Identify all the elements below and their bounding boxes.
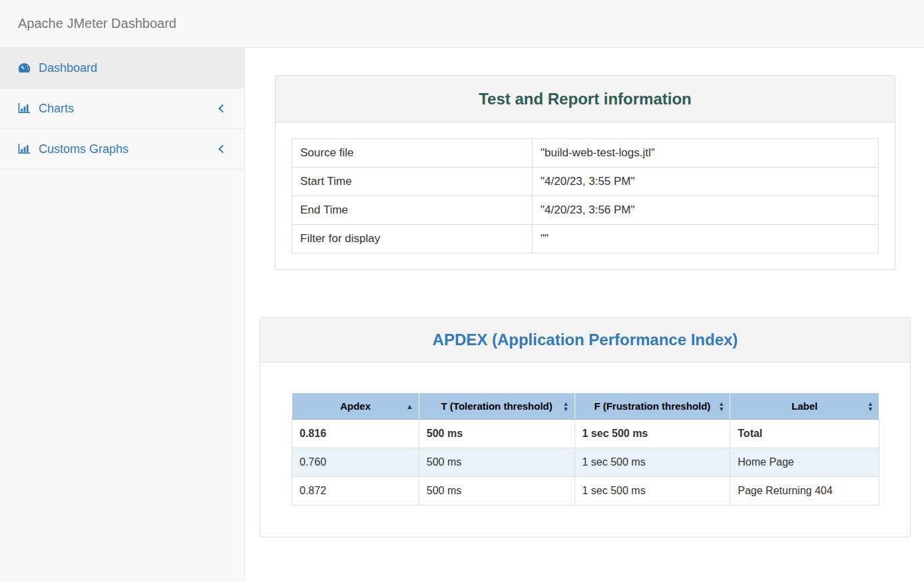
frustration-value: 1 sec 500 ms xyxy=(575,420,730,448)
layout: Dashboard Charts xyxy=(0,48,924,582)
test-report-info-body: Source file "build-web-test-logs.jtl" St… xyxy=(276,122,895,269)
chevron-left-icon xyxy=(218,145,227,154)
sidebar-item-label: Customs Graphs xyxy=(39,142,128,156)
panel-title-apdex: APDEX (Application Performance Index) xyxy=(433,331,738,349)
apdex-value: 0.760 xyxy=(292,448,419,477)
sort-both-icon: ▲▼ xyxy=(563,401,569,412)
label-value: Page Returning 404 xyxy=(730,477,879,506)
column-header-label: T (Toleration threshold) xyxy=(441,400,553,412)
label-value: Home Page xyxy=(730,448,879,477)
column-header-label-col[interactable]: Label ▲▼ xyxy=(730,393,879,420)
bar-chart-icon xyxy=(18,103,33,114)
main-content: Test and Report information Source file … xyxy=(245,48,924,582)
toleration-value: 500 ms xyxy=(419,448,575,477)
test-report-info-heading: Test and Report information xyxy=(276,76,895,122)
sort-both-icon: ▲▼ xyxy=(718,401,724,412)
table-row: End Time "4/20/23, 3:56 PM" xyxy=(292,196,879,225)
apdex-header-row: Apdex ▲ T (Toleration threshold) ▲▼ F (F… xyxy=(292,393,879,420)
test-report-info-table: Source file "build-web-test-logs.jtl" St… xyxy=(292,138,879,253)
info-value: "build-web-test-logs.jtl" xyxy=(533,139,879,168)
table-row: 0.872 500 ms 1 sec 500 ms Page Returning… xyxy=(292,477,879,506)
table-row: 0.760 500 ms 1 sec 500 ms Home Page xyxy=(292,448,879,477)
apdex-value: 0.872 xyxy=(292,477,419,506)
column-header-label: F (Frustration threshold) xyxy=(594,400,710,412)
tachometer-icon xyxy=(18,63,33,73)
column-header-label: Label xyxy=(792,400,817,412)
info-label: Start Time xyxy=(292,168,533,196)
column-header-apdex[interactable]: Apdex ▲ xyxy=(292,393,419,420)
table-row: Start Time "4/20/23, 3:55 PM" xyxy=(292,168,879,196)
frustration-value: 1 sec 500 ms xyxy=(575,477,730,506)
panel-title-test-report-info: Test and Report information xyxy=(479,90,692,108)
toleration-value: 500 ms xyxy=(419,477,575,506)
apdex-body: Apdex ▲ T (Toleration threshold) ▲▼ F (F… xyxy=(260,363,910,537)
table-row: 0.816 500 ms 1 sec 500 ms Total xyxy=(292,420,879,448)
toleration-value: 500 ms xyxy=(419,420,575,448)
app-header: Apache JMeter Dashboard xyxy=(0,0,924,48)
label-value: Total xyxy=(730,420,879,448)
app-title: Apache JMeter Dashboard xyxy=(18,16,176,31)
info-value: "4/20/23, 3:56 PM" xyxy=(533,196,879,225)
info-label: Source file xyxy=(292,139,533,168)
column-header-frustration[interactable]: F (Frustration threshold) ▲▼ xyxy=(575,393,730,420)
table-row: Source file "build-web-test-logs.jtl" xyxy=(292,139,879,168)
apdex-value: 0.816 xyxy=(292,420,419,448)
apdex-heading: APDEX (Application Performance Index) xyxy=(260,318,910,363)
chevron-left-icon xyxy=(218,104,227,113)
apdex-table: Apdex ▲ T (Toleration threshold) ▲▼ F (F… xyxy=(292,392,879,506)
frustration-value: 1 sec 500 ms xyxy=(575,448,730,477)
sort-both-icon: ▲▼ xyxy=(867,401,873,412)
sidebar-item-dashboard[interactable]: Dashboard xyxy=(0,48,244,88)
sidebar-item-charts[interactable]: Charts xyxy=(0,88,244,129)
column-header-label: Apdex xyxy=(340,400,371,412)
info-label: Filter for display xyxy=(292,225,533,253)
sidebar: Dashboard Charts xyxy=(0,48,245,582)
info-label: End Time xyxy=(292,196,533,225)
apdex-panel: APDEX (Application Performance Index) Ap… xyxy=(260,317,911,537)
column-header-toleration[interactable]: T (Toleration threshold) ▲▼ xyxy=(419,393,575,420)
test-report-info-panel: Test and Report information Source file … xyxy=(275,75,895,270)
info-value: "4/20/23, 3:55 PM" xyxy=(533,168,879,196)
sidebar-item-customs-graphs[interactable]: Customs Graphs xyxy=(0,129,244,170)
table-row: Filter for display "" xyxy=(292,225,879,253)
sidebar-item-label: Dashboard xyxy=(39,61,97,75)
bar-chart-icon xyxy=(18,144,33,154)
info-value: "" xyxy=(533,225,879,253)
sidebar-item-label: Charts xyxy=(39,102,74,116)
sort-ascending-icon: ▲ xyxy=(406,402,413,410)
